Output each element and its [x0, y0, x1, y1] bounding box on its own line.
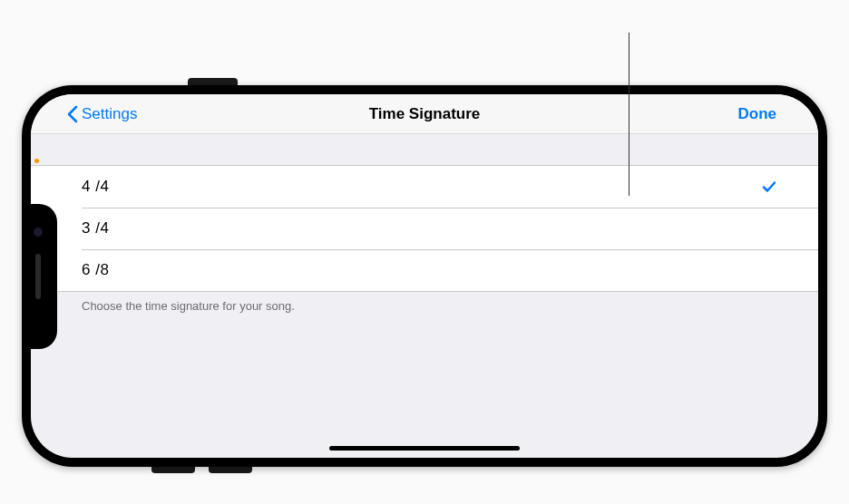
checkmark-icon [762, 179, 776, 194]
phone-side-button [188, 78, 238, 85]
navigation-bar: Settings Time Signature Done [31, 94, 818, 134]
back-button[interactable]: Settings [67, 105, 137, 123]
page-title: Time Signature [369, 105, 481, 123]
option-4-4[interactable]: 4 /4 [31, 166, 818, 208]
option-label: 3 /4 [82, 219, 109, 237]
back-label: Settings [82, 105, 137, 123]
phone-volume-button [209, 467, 252, 473]
speaker-grille [35, 254, 41, 299]
option-6-8[interactable]: 6 /8 [31, 249, 818, 291]
recording-indicator-icon [34, 159, 39, 163]
chevron-left-icon [67, 105, 78, 123]
section-header-spacer [31, 134, 818, 165]
annotation-callout-line [629, 33, 629, 196]
home-indicator[interactable] [329, 446, 520, 451]
option-3-4[interactable]: 3 /4 [31, 208, 818, 249]
option-label: 4 /4 [82, 178, 109, 196]
phone-volume-button [151, 467, 195, 473]
phone-notch [31, 204, 57, 349]
section-footer-text: Choose the time signature for your song. [31, 292, 818, 320]
option-label: 6 /8 [82, 261, 109, 279]
phone-frame: Settings Time Signature Done 4 /4 3 /4 [22, 85, 827, 467]
screen: Settings Time Signature Done 4 /4 3 /4 [31, 94, 818, 458]
camera-dot [34, 228, 43, 237]
time-signature-list: 4 /4 3 /4 6 /8 [31, 165, 818, 292]
done-button[interactable]: Done [738, 105, 777, 123]
